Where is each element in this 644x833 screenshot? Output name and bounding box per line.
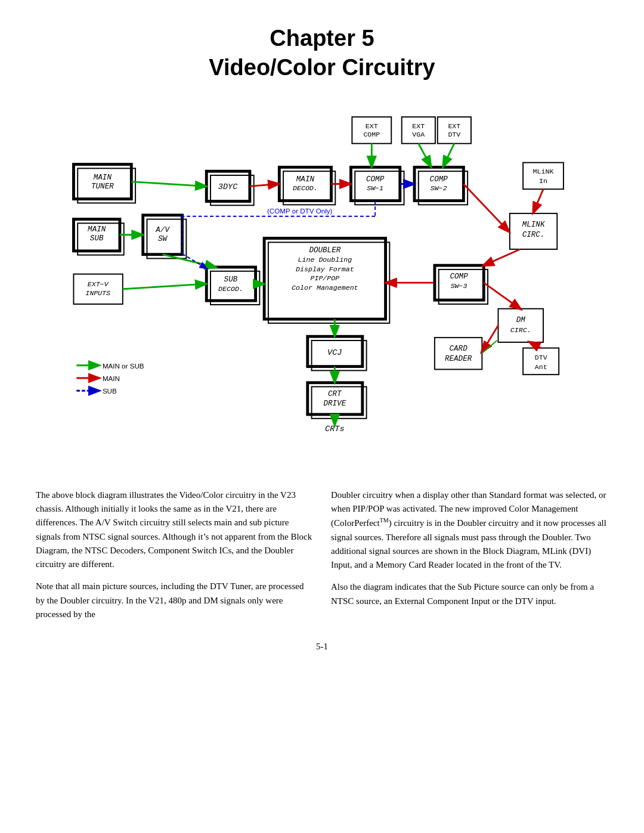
svg-rect-15: [206, 171, 250, 201]
svg-text:MLINK: MLINK: [522, 221, 546, 229]
svg-line-104: [482, 340, 497, 353]
svg-text:COMP: COMP: [450, 272, 468, 281]
svg-text:CIRC.: CIRC.: [510, 326, 531, 333]
svg-text:DECOD.: DECOD.: [293, 184, 318, 192]
svg-rect-59: [510, 213, 557, 249]
svg-rect-71: [523, 162, 564, 189]
svg-rect-38: [264, 238, 385, 319]
text-col-right: Doubler circuitry when a display other t…: [331, 488, 608, 630]
svg-line-79: [123, 284, 206, 289]
svg-rect-27: [355, 171, 404, 205]
svg-line-88: [534, 189, 543, 212]
text-content: The above block diagram illustrates the …: [36, 488, 608, 630]
svg-text:MAIN: MAIN: [296, 175, 315, 183]
svg-text:TUNER: TUNER: [91, 182, 114, 191]
svg-rect-49: [312, 386, 367, 418]
svg-rect-62: [352, 117, 391, 144]
svg-rect-39: [268, 242, 389, 323]
svg-rect-65: [402, 117, 435, 144]
svg-text:COMP: COMP: [366, 175, 385, 183]
svg-text:READER: READER: [445, 355, 472, 363]
svg-rect-46: [312, 340, 367, 370]
svg-text:(COMP or DTV Only): (COMP or DTV Only): [267, 207, 333, 215]
svg-text:Color Management: Color Management: [292, 284, 358, 292]
svg-rect-8: [73, 274, 122, 304]
svg-text:EXT: EXT: [448, 122, 460, 129]
block-diagram: MAIN TUNER MAIN SUB EXT−V INPUTS A/V SW …: [54, 101, 590, 470]
svg-rect-74: [523, 348, 559, 374]
svg-text:DTV: DTV: [448, 131, 460, 138]
svg-line-100: [484, 326, 498, 349]
svg-text:MAIN: MAIN: [88, 225, 106, 234]
svg-text:DTV: DTV: [535, 354, 547, 361]
svg-line-89: [484, 249, 520, 265]
svg-rect-45: [308, 336, 363, 366]
paragraph-1: The above block diagram illustrates the …: [36, 488, 313, 572]
svg-line-86: [443, 143, 454, 166]
svg-text:DRIVE: DRIVE: [323, 399, 346, 407]
svg-text:In: In: [539, 176, 547, 184]
svg-text:INPUTS: INPUTS: [85, 289, 110, 297]
svg-text:PIP/POP: PIP/POP: [310, 274, 339, 282]
svg-rect-23: [283, 171, 335, 205]
svg-line-85: [419, 143, 431, 166]
svg-text:MLiNK: MLiNK: [533, 168, 554, 175]
svg-line-102: [484, 283, 520, 309]
svg-text:SW−3: SW−3: [451, 282, 467, 290]
svg-text:COMP: COMP: [430, 175, 448, 183]
paragraph-2: Note that all main picture sources, incl…: [36, 580, 313, 621]
page-title: Chapter 5 Video/Color Circuitry: [36, 24, 608, 83]
svg-rect-34: [435, 265, 484, 300]
svg-rect-53: [435, 337, 482, 369]
svg-text:SUB: SUB: [103, 387, 117, 395]
page-number: 5-1: [36, 642, 608, 652]
svg-line-103: [530, 342, 541, 348]
svg-text:SUB: SUB: [224, 275, 238, 284]
svg-rect-48: [308, 383, 363, 414]
svg-line-101: [482, 349, 484, 351]
svg-text:EXT−V: EXT−V: [88, 280, 109, 288]
svg-line-87: [463, 184, 509, 231]
svg-rect-4: [73, 219, 120, 250]
svg-rect-11: [143, 215, 182, 255]
svg-rect-30: [414, 167, 463, 200]
svg-rect-22: [279, 167, 331, 200]
paragraph-3: Doubler circuitry when a display other t…: [331, 488, 608, 572]
svg-text:EXT: EXT: [366, 122, 378, 129]
svg-text:A/V: A/V: [155, 226, 170, 234]
svg-rect-35: [439, 270, 488, 304]
svg-text:SW: SW: [158, 235, 168, 243]
svg-text:CIRC.: CIRC.: [522, 230, 545, 239]
svg-rect-0: [73, 164, 131, 199]
svg-rect-56: [498, 309, 543, 342]
svg-text:VGA: VGA: [412, 131, 425, 138]
svg-rect-26: [351, 167, 400, 200]
svg-rect-19: [210, 271, 259, 305]
svg-line-95: [182, 254, 207, 268]
svg-text:MAIN: MAIN: [103, 374, 120, 382]
svg-text:CARD: CARD: [450, 344, 468, 352]
svg-line-77: [131, 181, 205, 186]
svg-text:SW−1: SW−1: [367, 184, 383, 192]
svg-text:VCJ: VCJ: [327, 348, 342, 357]
svg-rect-16: [210, 175, 254, 205]
svg-line-80: [163, 254, 215, 267]
svg-rect-18: [206, 267, 255, 301]
svg-text:COMP: COMP: [363, 131, 380, 138]
svg-rect-68: [438, 117, 471, 144]
svg-text:Ant: Ant: [535, 363, 547, 370]
svg-rect-12: [147, 219, 186, 258]
svg-text:DOUBLER: DOUBLER: [309, 246, 340, 255]
paragraph-4: Also the diagram indicates that the Sub …: [331, 580, 608, 608]
svg-text:Display Format: Display Format: [296, 265, 354, 273]
svg-text:MAIN or SUB: MAIN or SUB: [103, 361, 144, 369]
svg-text:EXT: EXT: [412, 122, 425, 129]
svg-text:3DYC: 3DYC: [218, 182, 238, 191]
svg-text:SW−2: SW−2: [431, 184, 447, 192]
svg-text:SUB: SUB: [90, 234, 104, 243]
svg-rect-1: [78, 168, 135, 203]
svg-text:Line Doubling: Line Doubling: [298, 256, 352, 264]
svg-text:CRTs: CRTs: [325, 425, 345, 433]
svg-text:MAIN: MAIN: [94, 174, 112, 182]
svg-rect-31: [419, 171, 467, 205]
